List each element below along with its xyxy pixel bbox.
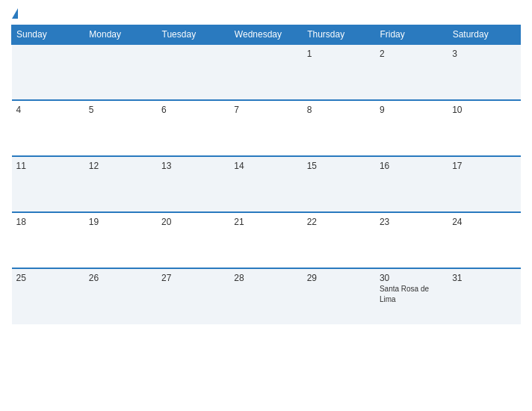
calendar-cell: [12, 44, 84, 100]
calendar-cell: 1: [303, 44, 375, 100]
day-number: 17: [452, 161, 516, 171]
calendar-cell: 13: [157, 156, 229, 212]
day-number: 8: [307, 105, 371, 115]
day-number: 30: [380, 273, 443, 283]
calendar-cell: 7: [229, 100, 302, 156]
day-number: 4: [16, 105, 80, 115]
header: [11, 7, 521, 19]
col-friday: Friday: [375, 25, 448, 45]
calendar-table: Sunday Monday Tuesday Wednesday Thursday…: [11, 25, 521, 324]
calendar-cell: 6: [157, 100, 229, 156]
day-number: 13: [161, 161, 225, 171]
col-monday: Monday: [84, 25, 157, 45]
calendar-cell: 16: [375, 156, 448, 212]
calendar-cell: [229, 44, 302, 100]
day-number: 14: [234, 161, 297, 171]
calendar-cell: 27: [157, 268, 229, 324]
calendar-cell: 21: [229, 212, 302, 268]
calendar-cell: 3: [448, 44, 520, 100]
day-number: 15: [307, 161, 371, 171]
calendar-cell: 12: [84, 156, 157, 212]
day-number: 5: [89, 105, 152, 115]
day-number: 26: [89, 273, 152, 283]
calendar-cell: 9: [375, 100, 448, 156]
day-number: 25: [16, 273, 80, 283]
day-number: 20: [161, 217, 225, 227]
calendar-cell: [84, 44, 157, 100]
calendar-cell: 28: [229, 268, 302, 324]
calendar-week-row: 123: [12, 44, 521, 100]
calendar-cell: 18: [12, 212, 84, 268]
calendar-event: Santa Rosa de Lima: [380, 285, 429, 303]
calendar-cell: 11: [12, 156, 84, 212]
day-number: 11: [16, 161, 80, 171]
calendar-week-row: 252627282930Santa Rosa de Lima31: [12, 268, 521, 324]
day-number: 3: [452, 49, 516, 59]
col-sunday: Sunday: [12, 25, 84, 45]
calendar-cell: 24: [448, 212, 520, 268]
calendar-cell: 10: [448, 100, 520, 156]
calendar-cell: [157, 44, 229, 100]
weekday-header-row: Sunday Monday Tuesday Wednesday Thursday…: [12, 25, 521, 45]
calendar-cell: 5: [84, 100, 157, 156]
calendar-page: Sunday Monday Tuesday Wednesday Thursday…: [0, 0, 532, 411]
day-number: 7: [234, 105, 297, 115]
day-number: 2: [380, 49, 443, 59]
col-tuesday: Tuesday: [157, 25, 229, 45]
calendar-cell: 20: [157, 212, 229, 268]
day-number: 22: [307, 217, 371, 227]
calendar-cell: 8: [303, 100, 375, 156]
calendar-week-row: 18192021222324: [12, 212, 521, 268]
calendar-cell: 26: [84, 268, 157, 324]
day-number: 29: [307, 273, 371, 283]
calendar-cell: 17: [448, 156, 520, 212]
day-number: 6: [161, 105, 225, 115]
day-number: 24: [452, 217, 516, 227]
day-number: 16: [380, 161, 443, 171]
day-number: 18: [16, 217, 80, 227]
col-wednesday: Wednesday: [229, 25, 302, 45]
calendar-cell: 4: [12, 100, 84, 156]
calendar-body: 1234567891011121314151617181920212223242…: [12, 44, 521, 324]
day-number: 31: [452, 273, 516, 283]
calendar-cell: 15: [303, 156, 375, 212]
day-number: 10: [452, 105, 516, 115]
logo-triangle-icon: [12, 8, 18, 19]
day-number: 19: [89, 217, 152, 227]
logo: [11, 7, 18, 19]
calendar-cell: 2: [375, 44, 448, 100]
calendar-cell: 31: [448, 268, 520, 324]
day-number: 9: [380, 105, 443, 115]
calendar-cell: 23: [375, 212, 448, 268]
day-number: 21: [234, 217, 297, 227]
calendar-cell: 14: [229, 156, 302, 212]
calendar-cell: 29: [303, 268, 375, 324]
day-number: 23: [380, 217, 443, 227]
calendar-header: Sunday Monday Tuesday Wednesday Thursday…: [12, 25, 521, 45]
calendar-cell: 30Santa Rosa de Lima: [375, 268, 448, 324]
col-saturday: Saturday: [448, 25, 520, 45]
col-thursday: Thursday: [303, 25, 375, 45]
calendar-cell: 19: [84, 212, 157, 268]
day-number: 27: [161, 273, 225, 283]
day-number: 12: [89, 161, 152, 171]
calendar-cell: 22: [303, 212, 375, 268]
calendar-cell: 25: [12, 268, 84, 324]
day-number: 1: [307, 49, 371, 59]
day-number: 28: [234, 273, 297, 283]
calendar-week-row: 11121314151617: [12, 156, 521, 212]
calendar-week-row: 45678910: [12, 100, 521, 156]
